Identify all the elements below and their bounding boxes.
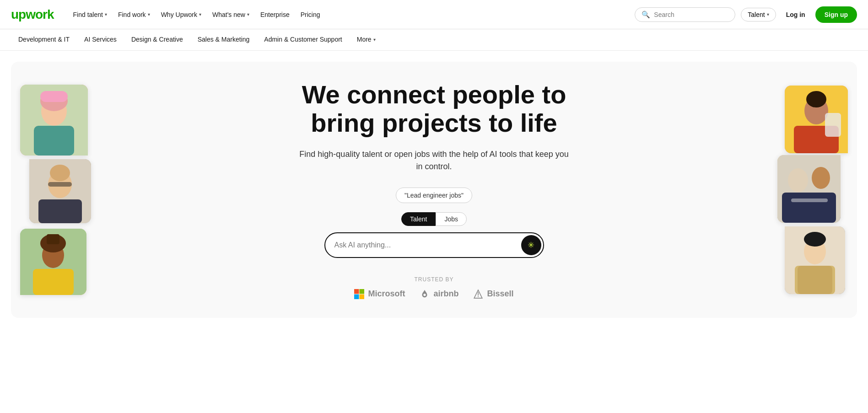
svg-rect-31 (360, 289, 364, 294)
hero-photo-3 (20, 229, 86, 295)
airbnb-icon (420, 289, 430, 299)
hero-subtitle: Find high-quality talent or open jobs wi… (297, 148, 571, 173)
ai-input-row: ✳ (324, 232, 544, 258)
hero-section: We connect people to bring projects to l… (11, 62, 857, 318)
svg-point-22 (812, 167, 830, 189)
person-photo-1 (20, 85, 88, 156)
microsoft-logo: Microsoft (354, 289, 405, 299)
search-icon: 🔍 (642, 11, 650, 19)
input-tabs: Talent Jobs (297, 212, 571, 226)
hero-title: We connect people to bring projects to l… (297, 80, 571, 137)
header: upwork Find talent ▾ Find work ▾ Why Upw… (0, 0, 868, 29)
svg-rect-14 (47, 234, 59, 244)
svg-rect-12 (33, 269, 74, 295)
trusted-label: TRUSTED BY (297, 276, 571, 283)
subnav-ai-services[interactable]: AI Services (77, 29, 124, 50)
airbnb-logo: airbnb (420, 289, 458, 299)
logo[interactable]: upwork (11, 7, 54, 22)
svg-rect-7 (38, 199, 82, 223)
person-photo-5 (777, 155, 841, 223)
person-photo-3 (20, 229, 86, 295)
trusted-logos: Microsoft airbnb Bissell (297, 289, 571, 299)
person-photo-6 (785, 226, 845, 294)
login-button[interactable]: Log in (782, 8, 810, 21)
subnav-admin[interactable]: Admin & Customer Support (257, 29, 349, 50)
ai-submit-button[interactable]: ✳ (521, 235, 541, 255)
hero-search-chip[interactable]: "Lead engineer jobs" (396, 188, 472, 203)
search-input[interactable] (654, 11, 728, 18)
hero-photo-1 (20, 85, 88, 156)
main-nav: Find talent ▾ Find work ▾ Why Upwork ▾ W… (69, 7, 635, 22)
svg-rect-33 (360, 294, 364, 299)
svg-rect-32 (354, 294, 359, 299)
subnav-sales[interactable]: Sales & Marketing (190, 29, 257, 50)
hero-photo-2 (29, 159, 91, 223)
bissell-icon (473, 289, 483, 299)
svg-rect-23 (782, 193, 836, 223)
svg-rect-2 (34, 126, 74, 156)
chevron-down-icon: ▾ (105, 12, 107, 17)
svg-rect-24 (791, 198, 828, 202)
nav-enterprise[interactable]: Enterprise (256, 7, 294, 22)
chevron-down-icon: ▾ (247, 12, 249, 17)
search-bar[interactable]: 🔍 (635, 7, 735, 22)
nav-find-talent[interactable]: Find talent ▾ (69, 7, 112, 22)
microsoft-icon (354, 289, 364, 299)
nav-why-upwork[interactable]: Why Upwork ▾ (156, 7, 206, 22)
nav-pricing[interactable]: Pricing (296, 7, 325, 22)
chevron-down-icon: ▾ (767, 12, 769, 17)
svg-point-21 (788, 168, 808, 192)
svg-rect-8 (48, 182, 72, 187)
chevron-down-icon: ▾ (199, 12, 201, 17)
sub-nav: Development & IT AI Services Design & Cr… (0, 29, 868, 51)
subnav-design[interactable]: Design & Creative (124, 29, 190, 50)
svg-point-9 (50, 165, 70, 181)
person-photo-2 (29, 159, 91, 223)
nav-find-work[interactable]: Find work ▾ (113, 7, 155, 22)
hero-photo-5 (777, 155, 841, 223)
svg-point-36 (478, 296, 479, 297)
svg-rect-4 (40, 91, 68, 102)
talent-filter-button[interactable]: Talent ▾ (741, 8, 776, 21)
asterisk-icon: ✳ (528, 240, 534, 250)
tab-talent[interactable]: Talent (401, 212, 436, 226)
chevron-down-icon: ▾ (148, 12, 150, 17)
hero-photo-4 (785, 86, 848, 153)
nav-whats-new[interactable]: What's new ▾ (208, 7, 254, 22)
hero-content: We connect people to bring projects to l… (297, 80, 571, 299)
ai-search-input[interactable] (334, 241, 521, 249)
trusted-section: TRUSTED BY Microsoft (297, 276, 571, 299)
svg-point-18 (806, 91, 826, 107)
svg-point-29 (804, 232, 826, 247)
tab-jobs[interactable]: Jobs (436, 212, 467, 226)
svg-rect-19 (825, 113, 841, 137)
header-right: 🔍 Talent ▾ Log in Sign up (635, 6, 857, 23)
person-photo-4 (785, 86, 848, 153)
svg-rect-28 (798, 266, 832, 294)
bissell-logo: Bissell (473, 289, 513, 299)
svg-rect-30 (354, 289, 359, 294)
signup-button[interactable]: Sign up (815, 6, 857, 23)
photos-right (777, 62, 848, 318)
hero-photo-6 (785, 226, 845, 294)
chevron-down-icon: ▾ (373, 37, 376, 42)
subnav-more[interactable]: More ▾ (350, 29, 383, 50)
photos-left (20, 62, 91, 318)
subnav-development[interactable]: Development & IT (11, 29, 77, 50)
